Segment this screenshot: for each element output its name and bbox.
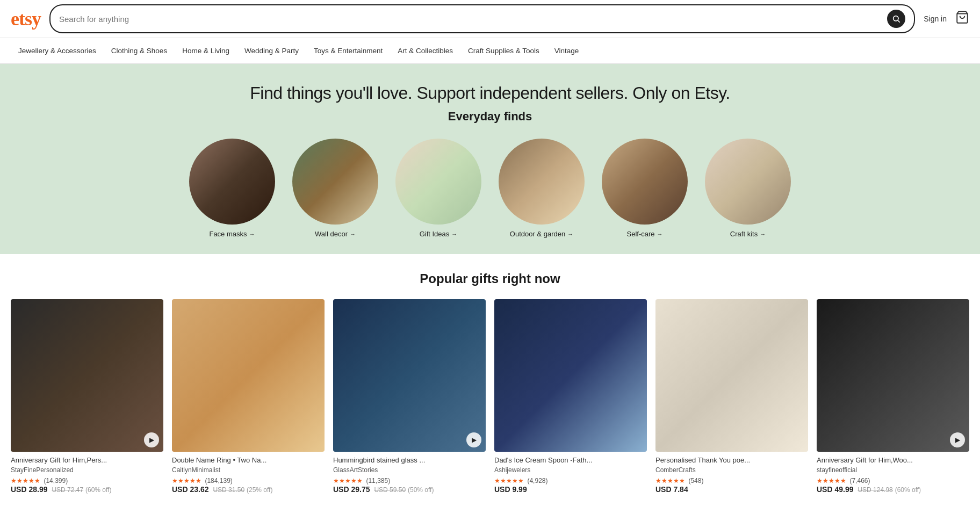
product-card[interactable]: ▶ Anniversary Gift for Him,Pers... StayF… [11, 299, 163, 494]
sign-in-button[interactable]: Sign in [924, 15, 947, 23]
product-card[interactable]: ▶ Hummingbird stained glass ... GlassArt… [333, 299, 486, 494]
nav-item[interactable]: Wedding & Party [237, 38, 306, 63]
nav-item[interactable]: Art & Collectibles [390, 38, 460, 63]
product-card[interactable]: ▶ Anniversary Gift for Him,Woo... stayfi… [817, 299, 969, 494]
arrow-icon: → [760, 231, 766, 237]
price: USD 7.84 [655, 485, 688, 494]
find-circle [292, 139, 378, 225]
product-seller: GlassArtStories [333, 466, 486, 474]
find-item[interactable]: Wall decor → [292, 139, 378, 238]
review-count: (4,928) [527, 477, 547, 485]
find-circle [499, 139, 585, 225]
find-item[interactable]: Gift Ideas → [395, 139, 481, 238]
stars: ★★★★★ [11, 477, 40, 485]
stars: ★★★★★ [494, 477, 524, 485]
main-nav: Jewellery & AccessoriesClothing & ShoesH… [0, 38, 980, 64]
price: USD 29.75 [333, 485, 370, 494]
cart-svg [955, 10, 969, 24]
stars: ★★★★★ [817, 477, 846, 485]
find-label: Outdoor & garden → [510, 230, 573, 238]
etsy-logo[interactable]: etsy [11, 8, 41, 30]
price: USD 49.99 [817, 485, 853, 494]
svg-line-1 [898, 20, 900, 23]
find-item[interactable]: Outdoor & garden → [499, 139, 585, 238]
original-price: USD 124.98 [857, 486, 892, 494]
product-seller: CaitlynMinimalist [172, 466, 325, 474]
review-count: (7,466) [849, 477, 870, 485]
arrow-icon: → [451, 231, 457, 237]
price: USD 9.99 [494, 485, 527, 494]
product-title: Dad's Ice Cream Spoon -Fath... [494, 456, 647, 465]
find-label: Gift Ideas → [420, 230, 458, 238]
play-icon: ▶ [950, 432, 965, 447]
product-seller: ComberCrafts [655, 466, 808, 474]
find-item[interactable]: Face masks → [189, 139, 275, 238]
original-price: USD 31.50 [213, 486, 244, 494]
hero-title: Find things you'll love. Support indepen… [11, 83, 969, 103]
stars: ★★★★★ [655, 477, 685, 485]
find-label: Face masks → [209, 230, 255, 238]
original-price: USD 59.50 [374, 486, 406, 494]
price-row: USD 49.99 USD 124.98 (60% off) [817, 485, 969, 494]
find-label: Wall decor → [315, 230, 356, 238]
price-row: USD 28.99 USD 72.47 (60% off) [11, 485, 163, 494]
find-item[interactable]: Craft kits → [705, 139, 791, 238]
product-card[interactable]: Dad's Ice Cream Spoon -Fath... Ashijewel… [494, 299, 647, 494]
arrow-icon: → [249, 231, 255, 237]
play-icon: ▶ [144, 432, 159, 447]
product-title: Hummingbird stained glass ... [333, 456, 486, 465]
find-label: Self-care → [626, 230, 662, 238]
find-circle [395, 139, 481, 225]
product-rating: ★★★★★ (7,466) [817, 475, 969, 485]
section-title: Popular gifts right now [11, 271, 969, 286]
product-title: Personalised Thank You poe... [655, 456, 808, 465]
product-title: Double Name Ring • Two Na... [172, 456, 325, 465]
product-card[interactable]: Personalised Thank You poe... ComberCraf… [655, 299, 808, 494]
product-seller: stayfineofficial [817, 466, 969, 474]
nav-item[interactable]: Home & Living [175, 38, 237, 63]
search-input[interactable] [59, 15, 887, 24]
review-count: (14,399) [44, 477, 68, 485]
header: etsy Sign in [0, 0, 980, 38]
product-image: ▶ [817, 299, 969, 452]
discount: (50% off) [408, 486, 434, 494]
hero-subtitle: Everyday finds [11, 110, 969, 124]
nav-item[interactable]: Craft Supplies & Tools [460, 38, 547, 63]
original-price: USD 72.47 [52, 486, 83, 494]
stars: ★★★★★ [333, 477, 363, 485]
discount: (25% off) [247, 486, 272, 494]
search-bar [49, 4, 915, 33]
svg-point-0 [893, 16, 898, 21]
search-icon [892, 15, 900, 23]
cart-icon[interactable] [955, 10, 969, 27]
review-count: (184,139) [205, 477, 232, 485]
product-title: Anniversary Gift for Him,Pers... [11, 456, 163, 465]
product-image [655, 299, 808, 452]
nav-item[interactable]: Clothing & Shoes [104, 38, 175, 63]
price-row: USD 9.99 [494, 485, 647, 494]
arrow-icon: → [657, 231, 663, 237]
product-image [494, 299, 647, 452]
product-title: Anniversary Gift for Him,Woo... [817, 456, 969, 465]
nav-item[interactable]: Toys & Entertainment [306, 38, 390, 63]
nav-item[interactable]: Jewellery & Accessories [11, 38, 104, 63]
stars: ★★★★★ [172, 477, 201, 485]
product-card[interactable]: Double Name Ring • Two Na... CaitlynMini… [172, 299, 325, 494]
arrow-icon: → [567, 231, 573, 237]
review-count: (11,385) [366, 477, 390, 485]
price: USD 28.99 [11, 485, 47, 494]
search-button[interactable] [887, 10, 905, 28]
product-rating: ★★★★★ (11,385) [333, 475, 486, 485]
products-grid: ▶ Anniversary Gift for Him,Pers... StayF… [11, 299, 969, 494]
hero-section: Find things you'll love. Support indepen… [0, 64, 980, 254]
find-circle [189, 139, 275, 225]
review-count: (548) [688, 477, 703, 485]
find-item[interactable]: Self-care → [602, 139, 688, 238]
play-icon: ▶ [466, 432, 481, 447]
product-image: ▶ [11, 299, 163, 452]
price: USD 23.62 [172, 485, 208, 494]
nav-item[interactable]: Vintage [547, 38, 587, 63]
products-section: Popular gifts right now ▶ Anniversary Gi… [0, 254, 980, 506]
discount: (60% off) [85, 486, 111, 494]
price-row: USD 29.75 USD 59.50 (50% off) [333, 485, 486, 494]
